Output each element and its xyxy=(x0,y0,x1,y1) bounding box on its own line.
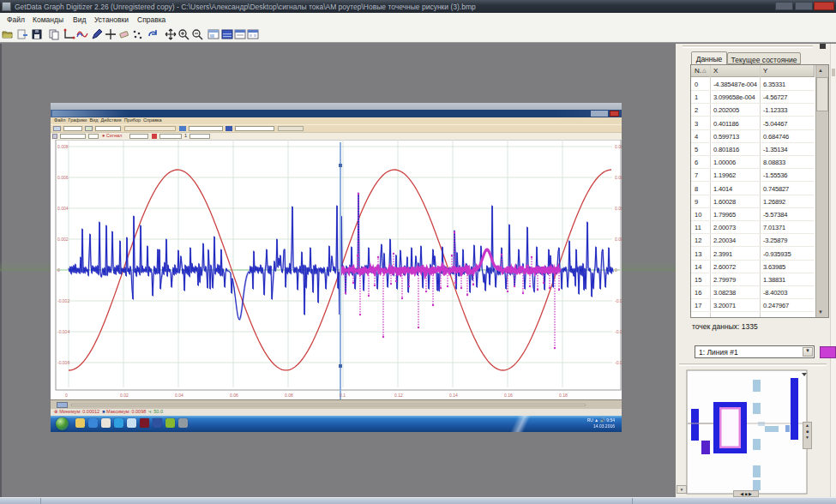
svg-text:0.08: 0.08 xyxy=(285,393,293,398)
svg-text:-0.004: -0.004 xyxy=(57,329,69,334)
svg-text:0.002: 0.002 xyxy=(615,237,622,242)
svg-text:0.16: 0.16 xyxy=(504,393,513,398)
svg-text:0.18: 0.18 xyxy=(559,393,568,398)
svg-text:0.008: 0.008 xyxy=(57,144,69,149)
svg-text:0: 0 xyxy=(57,267,60,273)
svg-text:-0.00: -0.00 xyxy=(615,298,622,303)
svg-text:0: 0 xyxy=(615,267,617,273)
svg-text:0.006: 0.006 xyxy=(615,175,622,180)
svg-text:0.04: 0.04 xyxy=(175,393,183,398)
svg-text:-0.002: -0.002 xyxy=(57,298,69,303)
svg-text:0.008: 0.008 xyxy=(615,144,622,149)
svg-text:-0.00: -0.00 xyxy=(615,329,622,334)
svg-text:0.002: 0.002 xyxy=(57,237,69,242)
svg-text:-0.006: -0.006 xyxy=(57,360,69,365)
svg-text:0.004: 0.004 xyxy=(615,206,622,211)
svg-text:-0.00: -0.00 xyxy=(615,360,622,365)
svg-text:0: 0 xyxy=(65,393,68,398)
svg-text:0.004: 0.004 xyxy=(57,206,69,211)
svg-text:0.14: 0.14 xyxy=(449,393,458,398)
svg-text:0.02: 0.02 xyxy=(120,393,129,398)
svg-text:0.06: 0.06 xyxy=(230,393,238,398)
svg-text:0.1: 0.1 xyxy=(340,393,346,398)
svg-text:0.12: 0.12 xyxy=(394,393,403,398)
svg-text:0.006: 0.006 xyxy=(57,175,69,180)
